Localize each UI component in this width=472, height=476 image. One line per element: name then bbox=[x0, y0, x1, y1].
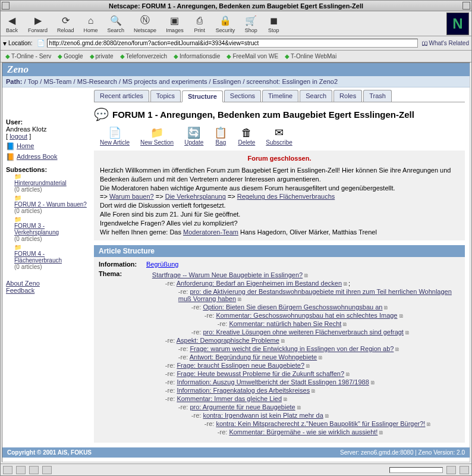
doc-icon: 🗎 bbox=[345, 371, 351, 377]
stop-button[interactable]: ◼Stop bbox=[265, 13, 282, 35]
reload-icon: ⟳ bbox=[59, 14, 72, 27]
tab-topics[interactable]: Topics bbox=[150, 90, 181, 102]
logout-link[interactable]: logout bbox=[10, 133, 27, 140]
link-verkehrsplanung[interactable]: Die Verkehrsplanung bbox=[165, 193, 226, 200]
bookmark-item[interactable]: ◆T-Online - Serv bbox=[3, 53, 54, 60]
breadcrumb-link[interactable]: MS projects and experiments bbox=[122, 78, 207, 85]
breadcrumb-link[interactable]: MS-Team bbox=[43, 78, 71, 85]
subsection-link[interactable]: FORUM 3 - Verkehrsplanung bbox=[14, 223, 88, 236]
tab-roles[interactable]: Roles bbox=[333, 90, 362, 102]
tree-link[interactable]: Anforderung: Bedarf an Eigenheimen im Be… bbox=[177, 280, 342, 287]
tree-link[interactable]: Kommentar: Bürgernähe - wie sie wirklich… bbox=[229, 428, 377, 436]
tree-link[interactable]: Kommentar: Immer das gleiche Lied bbox=[177, 395, 282, 402]
forward-button[interactable]: ▶Forward bbox=[26, 13, 50, 35]
moderators-link[interactable]: Moderatoren-Team bbox=[183, 228, 238, 236]
tree-link[interactable]: Frage: braucht Esslingen neue Baugebiete… bbox=[177, 362, 304, 369]
bookmark-item[interactable]: ◆Informationsdie bbox=[171, 53, 222, 60]
action-delete[interactable]: 🗑Delete bbox=[238, 126, 255, 146]
about-zeno-link[interactable]: About Zeno bbox=[6, 280, 40, 287]
tree-link[interactable]: Information: Auszug Umweltbericht der St… bbox=[177, 378, 369, 386]
action-new-article[interactable]: 📄New Article bbox=[100, 126, 130, 146]
tree-link[interactable]: kontra: Irgendwann ist kein Platz mehr d… bbox=[203, 412, 323, 419]
tree-link[interactable]: Frage: Heute bewusst Probleme für die Zu… bbox=[177, 370, 344, 377]
print-button[interactable]: ⎙Print bbox=[191, 13, 209, 35]
tab-row: Recent articlesTopicsStructureSectionsTi… bbox=[94, 90, 465, 102]
search-button[interactable]: 🔍Search bbox=[105, 13, 127, 35]
tree-link[interactable]: pro: die Aktivierung der Bestandswohnbau… bbox=[178, 288, 452, 302]
forum-title: 💬 FORUM 1 - Anregungen, Bedenken zum Bau… bbox=[94, 107, 465, 121]
bookmark-icon: ◆ bbox=[285, 53, 290, 60]
shop-button[interactable]: 🛒Shop bbox=[242, 13, 260, 35]
action-subscribe[interactable]: ✉Subscribe bbox=[266, 126, 292, 146]
whats-related-button[interactable]: 🕮What's Related bbox=[422, 40, 470, 46]
tree-link[interactable]: pro: Argumente für neue Baugebiete bbox=[190, 403, 295, 411]
link-flaechenverbrauch[interactable]: Regelung des Flächenverbrauchs bbox=[237, 193, 335, 200]
tree-link[interactable]: Frage: warum weicht die Entwicklung in E… bbox=[190, 345, 394, 352]
status-icon bbox=[16, 466, 26, 474]
link-warum-bauen[interactable]: Warum bauen? bbox=[109, 193, 154, 200]
tree-node: -re: Information: Auszug Umweltbericht d… bbox=[165, 378, 460, 386]
article-tree: Startfrage -- Warum Neue Baugebiete in E… bbox=[139, 270, 460, 437]
tree-node: -re: pro: die Aktivierung der Bestandswo… bbox=[178, 288, 460, 336]
status-icon bbox=[42, 466, 52, 474]
images-button[interactable]: ▣Images bbox=[163, 13, 186, 35]
bookmark-item[interactable]: ◆Google bbox=[55, 53, 85, 60]
action-update[interactable]: 🔄Update bbox=[184, 126, 203, 146]
home-button[interactable]: ⌂Home bbox=[81, 13, 100, 35]
doc-icon: 🗎 bbox=[370, 380, 376, 386]
tree-link[interactable]: Kommentar: Geschosswohnungsbau hat ein s… bbox=[216, 312, 397, 319]
breadcrumb-link[interactable]: Esslingen bbox=[213, 78, 241, 85]
action-bag[interactable]: 📋Bag bbox=[214, 126, 227, 146]
maximize-window-button[interactable] bbox=[462, 2, 470, 10]
close-window-button[interactable] bbox=[2, 2, 10, 10]
bookmark-icon: ◆ bbox=[90, 53, 95, 60]
netscape-button[interactable]: ⓃNetscape bbox=[131, 13, 159, 35]
tree-node: Startfrage -- Warum Neue Baugebiete in E… bbox=[152, 271, 460, 436]
doc-icon: 🗎 bbox=[395, 346, 400, 352]
subsection-link[interactable]: FORUM 2 - Warum bauen? bbox=[14, 201, 88, 208]
subsection-link[interactable]: Hintergrundmaterial bbox=[14, 180, 88, 186]
status-icon bbox=[29, 466, 39, 474]
bookmark-dropdown-icon[interactable]: ▾ bbox=[3, 39, 7, 48]
subsection-link[interactable]: FORUM 4 - Flächenverbrauch bbox=[14, 250, 88, 264]
doc-icon: 🗎 bbox=[343, 281, 348, 287]
action-new-section[interactable]: 📁New Section bbox=[140, 126, 174, 146]
tab-trash[interactable]: Trash bbox=[363, 90, 392, 102]
bookmark-item[interactable]: ◆T-Online WebMai bbox=[282, 53, 339, 60]
bookmark-item[interactable]: ◆private bbox=[87, 53, 116, 60]
tree-node: -re: Frage: Heute bewusst Probleme für d… bbox=[165, 370, 460, 377]
sidebar-address-book-link[interactable]: Address Book bbox=[17, 153, 57, 160]
tree-link[interactable]: pro: Kreative Lösungen ohne weiteren Flä… bbox=[203, 328, 404, 336]
bookmark-item[interactable]: ◆FreeMail von WE bbox=[224, 53, 281, 60]
breadcrumb-link[interactable]: screenshot: Esslingen in Zeno2 bbox=[247, 78, 338, 85]
reload-button[interactable]: ⟳Reload bbox=[55, 13, 77, 35]
tree-link[interactable]: Option: Bieten Sie diesen Bürgern Gescho… bbox=[203, 303, 382, 311]
forward-icon: ▶ bbox=[32, 14, 45, 27]
bookmark-icon: ◆ bbox=[120, 53, 125, 60]
back-button[interactable]: ◀Back bbox=[3, 13, 21, 35]
tab-structure[interactable]: Structure bbox=[182, 90, 223, 102]
tree-link[interactable]: Information: Fragenkatalog des Arbeitskr… bbox=[177, 387, 310, 394]
tree-link[interactable]: Aspekt: Demographische Probleme bbox=[177, 337, 279, 344]
info-link[interactable]: Begrüßung bbox=[146, 261, 178, 268]
folder-icon: 📁 bbox=[14, 244, 21, 250]
sidebar-home-link[interactable]: Home bbox=[17, 142, 34, 149]
security-button[interactable]: 🔒Security bbox=[213, 13, 238, 35]
url-input[interactable] bbox=[47, 39, 418, 48]
breadcrumb-link[interactable]: Top bbox=[27, 78, 38, 85]
tab-search[interactable]: Search bbox=[300, 90, 332, 102]
subsections-label: Subsections: bbox=[6, 166, 88, 173]
tab-sections[interactable]: Sections bbox=[224, 90, 261, 102]
breadcrumb-link[interactable]: MS-Research bbox=[77, 78, 117, 85]
tree-link[interactable]: Startfrage -- Warum Neue Baugebiete in E… bbox=[152, 271, 303, 278]
bookmark-item[interactable]: ◆Telefonverzeich bbox=[118, 53, 169, 60]
tree-node: -re: Anforderung: Bedarf an Eigenheimen … bbox=[165, 280, 460, 336]
page-content: Zeno Path: / Top / MS-Team / MS-Research… bbox=[2, 62, 470, 462]
tab-recent-articles[interactable]: Recent articles bbox=[94, 90, 149, 102]
tree-link[interactable]: Antwort: Begründung für neue Wohngebiete bbox=[190, 353, 317, 361]
feedback-link[interactable]: Feedback bbox=[6, 287, 34, 294]
tab-timeline[interactable]: Timeline bbox=[262, 90, 298, 102]
info-label: Information: bbox=[99, 261, 146, 268]
tree-link[interactable]: kontra: Kein Mitspracherecht z."Neuen Ba… bbox=[216, 420, 425, 427]
tree-link[interactable]: Kommentar: natürlich haben Sie Recht bbox=[229, 320, 341, 327]
